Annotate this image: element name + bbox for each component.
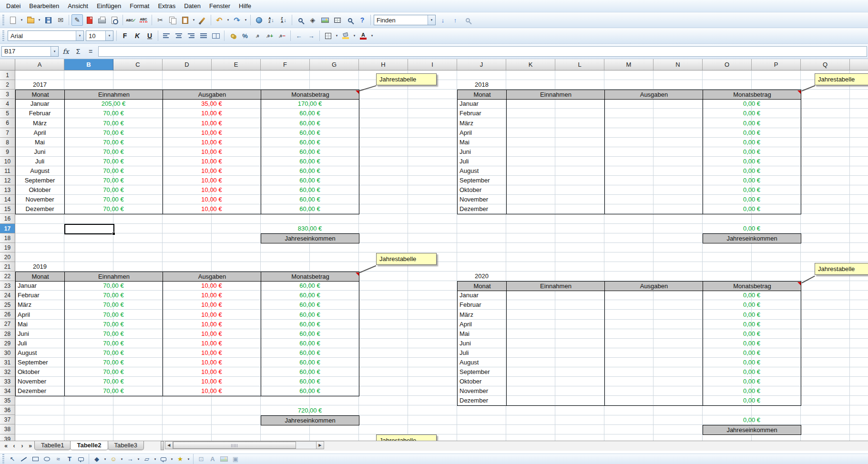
cell-month[interactable]: August — [16, 348, 63, 358]
cell-einnahmen[interactable]: 70,00 € — [65, 358, 162, 367]
cell-monatsbetrag[interactable]: 0,00 € — [703, 185, 800, 195]
cell-monatsbetrag[interactable]: 0,00 € — [703, 291, 800, 300]
column-header-K[interactable]: K — [506, 59, 555, 71]
cell-total-2019[interactable]: 720,00 € — [261, 406, 359, 415]
row-header-9[interactable]: 9 — [0, 147, 15, 157]
first-sheet-button[interactable]: « — [2, 441, 10, 450]
row-header-25[interactable]: 25 — [0, 300, 15, 310]
font-color-button[interactable]: A — [357, 30, 369, 41]
cell-einnahmen[interactable]: 70,00 € — [65, 195, 162, 204]
cell-einnahmen[interactable]: 70,00 € — [65, 386, 162, 396]
row-header-27[interactable]: 27 — [0, 319, 15, 329]
cell-einnahmen[interactable]: 70,00 € — [65, 339, 162, 348]
cell-month[interactable]: Oktober — [16, 367, 63, 377]
find-replace-button[interactable] — [295, 14, 306, 26]
label-jahreseinkommen-2019[interactable]: Jahreseinkommen — [261, 415, 359, 425]
cell-month[interactable]: August — [16, 166, 63, 176]
column-header-I[interactable]: I — [408, 59, 457, 71]
cell-month[interactable]: April — [16, 310, 63, 320]
cell-ausgaben[interactable]: 10,00 € — [163, 109, 260, 118]
row-header-11[interactable]: 11 — [0, 166, 15, 176]
cell-monatsbetrag[interactable]: 0,00 € — [703, 109, 800, 118]
edit-file-button[interactable]: ✎ — [71, 14, 83, 26]
column-title-einnahmen[interactable]: Einnahmen — [507, 282, 605, 291]
selected-cell[interactable] — [64, 224, 114, 234]
cell-monatsbetrag[interactable]: 60,00 € — [261, 339, 358, 348]
row-header-36[interactable]: 36 — [0, 405, 15, 415]
row-header-37[interactable]: 37 — [0, 415, 15, 424]
copy-button[interactable] — [167, 14, 178, 26]
font-name-select[interactable]: Arial ▾ — [8, 30, 84, 41]
symbol-shapes-button[interactable]: ☺ — [108, 454, 119, 464]
cell-monatsbetrag[interactable]: 60,00 € — [261, 128, 358, 138]
cell-monatsbetrag[interactable]: 60,00 € — [261, 281, 358, 291]
font-color-dropdown[interactable]: ▾ — [369, 30, 375, 41]
column-title-ausgaben[interactable]: Ausgaben — [163, 90, 261, 99]
cell-ausgaben[interactable]: 10,00 € — [163, 195, 260, 204]
cell-month[interactable]: Dezember — [16, 204, 63, 214]
column-title-einnahmen[interactable]: Einnahmen — [65, 90, 163, 99]
cell-month[interactable]: September — [458, 367, 505, 377]
cell-month[interactable]: November — [16, 195, 63, 204]
row-header-13[interactable]: 13 — [0, 185, 15, 195]
cell-monatsbetrag[interactable]: 60,00 € — [261, 204, 358, 214]
row-header-18[interactable]: 18 — [0, 233, 15, 243]
find-previous-button[interactable]: ↑ — [449, 14, 461, 26]
equals-button[interactable]: = — [85, 46, 96, 57]
cut-button[interactable]: ✂ — [154, 14, 166, 26]
column-header-Q[interactable]: Q — [801, 59, 850, 71]
cell-month[interactable]: Juni — [458, 147, 505, 157]
menu-format[interactable]: Format — [125, 0, 153, 11]
cell-month[interactable]: Juni — [16, 329, 63, 339]
cell-monatsbetrag[interactable]: 0,00 € — [703, 128, 800, 138]
cell-month[interactable]: Dezember — [16, 386, 63, 396]
add-decimal-button[interactable]: ,0+ — [264, 30, 276, 41]
align-left-button[interactable] — [161, 30, 172, 41]
cell-einnahmen[interactable]: 205,00 € — [65, 99, 162, 109]
rectangle-tool-button[interactable] — [30, 454, 41, 464]
stars-button[interactable]: ★ — [175, 454, 185, 464]
column-header-P[interactable]: P — [752, 59, 801, 71]
cell-einnahmen[interactable]: 70,00 € — [65, 377, 162, 386]
scroll-thumb[interactable] — [173, 442, 296, 449]
cell-month[interactable]: April — [458, 320, 505, 329]
line-tool-button[interactable] — [19, 454, 29, 464]
row-header-14[interactable]: 14 — [0, 195, 15, 204]
previous-sheet-button[interactable]: ‹ — [10, 441, 18, 450]
row-header-23[interactable]: 23 — [0, 281, 15, 291]
cell-monatsbetrag[interactable]: 60,00 € — [261, 109, 358, 118]
cell-month[interactable]: November — [16, 377, 63, 386]
row-header-7[interactable]: 7 — [0, 128, 15, 138]
align-right-button[interactable] — [185, 30, 197, 41]
cell-month[interactable]: November — [458, 386, 505, 396]
row-header-15[interactable]: 15 — [0, 204, 15, 214]
sort-descending-button[interactable]: ZA↓ — [278, 14, 289, 26]
cell-month[interactable]: Oktober — [458, 377, 505, 386]
cell-monatsbetrag[interactable]: 0,00 € — [703, 367, 800, 377]
cell-monatsbetrag[interactable]: 60,00 € — [261, 300, 358, 310]
scroll-track[interactable] — [173, 441, 316, 449]
merge-cells-button[interactable] — [210, 30, 222, 41]
year-label-2017[interactable]: 2017 — [15, 80, 64, 90]
increase-indent-button[interactable]: → — [306, 30, 317, 41]
flowchart-button[interactable]: ▱ — [142, 454, 152, 464]
cell-total-2017[interactable]: 830,00 € — [261, 224, 359, 233]
email-button[interactable]: ✉ — [55, 14, 66, 26]
cell-einnahmen[interactable]: 70,00 € — [65, 109, 162, 118]
callouts-dropdown[interactable]: ▾ — [169, 454, 174, 464]
cell-monatsbetrag[interactable]: 0,00 € — [703, 310, 800, 320]
row-header-32[interactable]: 32 — [0, 367, 15, 377]
freeform-tool-button[interactable]: ≈ — [53, 454, 63, 464]
cell-month[interactable]: Juni — [458, 339, 505, 348]
symbol-shapes-dropdown[interactable]: ▾ — [119, 454, 124, 464]
open-dropdown[interactable]: ▾ — [37, 14, 42, 26]
column-header-J[interactable]: J — [457, 59, 506, 71]
paste-button[interactable] — [179, 14, 191, 26]
cell-month[interactable]: Mai — [458, 138, 505, 147]
toolbar-grip[interactable] — [2, 454, 4, 464]
menu-einfuegen[interactable]: Einfügen — [92, 0, 125, 11]
cell-month[interactable]: Juli — [458, 348, 505, 358]
cell-monatsbetrag[interactable]: 60,00 € — [261, 386, 358, 396]
basic-shapes-button[interactable]: ◆ — [92, 454, 102, 464]
find-dropdown[interactable]: ▾ — [428, 15, 435, 25]
